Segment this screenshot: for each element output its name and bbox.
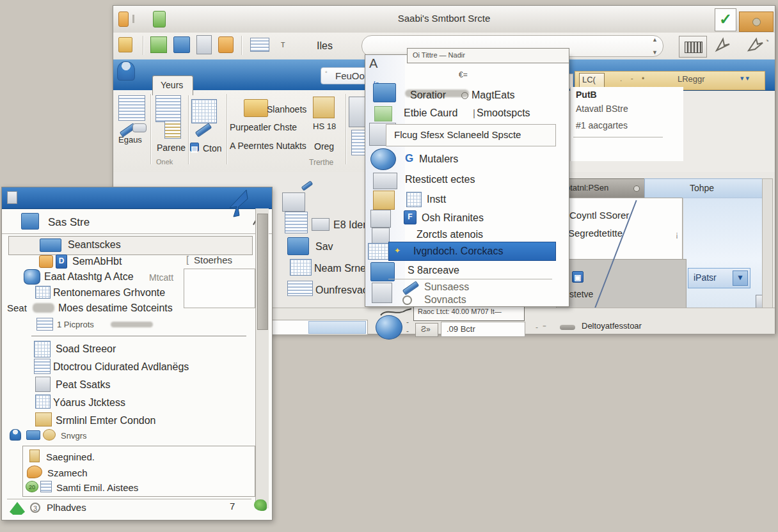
grid-doc-icon [35, 286, 51, 299]
list-item[interactable]: Samti Emil. Aistees [56, 482, 138, 493]
printer-icon [373, 83, 396, 102]
side-box [184, 269, 255, 308]
pen-chip[interactable]: Ƨ» [415, 323, 438, 337]
selected-menu-item[interactable]: ✦ Ivgndoch. Corckacs [388, 242, 556, 261]
screen-button[interactable] [679, 36, 707, 58]
menu-item[interactable]: Sunsaess [424, 281, 469, 293]
atavatl-label[interactable]: Atavatl BStre [576, 104, 628, 114]
list-item[interactable]: Peat Ssatks [56, 379, 110, 391]
oreg-label[interactable]: Oreg [314, 141, 334, 152]
cton-icon[interactable] [191, 99, 217, 123]
egaus-icon[interactable] [118, 95, 145, 121]
iden-doc-icon[interactable] [285, 212, 308, 233]
list-item[interactable]: Szamech [47, 467, 88, 478]
tool-glyph: т [281, 39, 285, 49]
list-item[interactable]: Moes desatime Sotceints [58, 302, 173, 314]
globe-sphere-icon[interactable] [376, 315, 402, 340]
spinner-up-icon[interactable]: ▲ [652, 36, 658, 43]
user-icon[interactable] [117, 61, 135, 81]
ipatsr-combobox[interactable]: iPatsr ▼ [688, 268, 750, 288]
sav-icon[interactable] [287, 237, 309, 255]
slanhoets-label[interactable]: Slanhoets [267, 104, 306, 114]
folders-icon [373, 191, 395, 210]
egaus-label[interactable]: Egaus [118, 135, 142, 145]
ring-icon [402, 295, 412, 305]
flag-arrow-icon[interactable] [746, 36, 764, 54]
scroll-thumb[interactable] [257, 214, 268, 330]
spinner-down-icon[interactable]: ▼ [652, 49, 658, 56]
menu-item[interactable]: Instt [427, 194, 446, 205]
menu-item[interactable]: Mutalers [419, 153, 458, 165]
mail-icon[interactable] [250, 38, 269, 52]
outlined-menu-item[interactable]: Flcug Sfesx Sclaneeld Spscte [386, 124, 556, 146]
column-header-left-label: btatnl:PSen [566, 183, 608, 192]
smudge [111, 322, 153, 327]
group4-label: Trerthe [309, 158, 333, 167]
vertical-scrollbar[interactable] [762, 178, 773, 309]
chevrons[interactable]: ▾ ▾ [740, 74, 749, 82]
cton-label[interactable]: Cton [203, 143, 222, 153]
cursor-arrow-icon[interactable] [714, 36, 732, 54]
list-icon[interactable] [218, 36, 234, 53]
basket-icon [39, 255, 53, 268]
titlebar[interactable]: Saabi's Smtbort Srcte ✓ [113, 6, 775, 33]
column-header-right[interactable]: Tohpe [644, 178, 763, 199]
selected-list-item[interactable]: Seantsckes [8, 236, 253, 255]
horizontal-scrollbar[interactable] [269, 320, 368, 335]
sav-label[interactable]: Sav [315, 241, 333, 253]
list-item[interactable]: Rentonemares Grhvonte [53, 287, 165, 299]
folder-icon[interactable] [118, 37, 132, 52]
menu-item[interactable]: Etbie Caurd [404, 107, 458, 119]
slanhoets-icon[interactable] [244, 99, 268, 117]
chevron-down-icon[interactable]: ▼ [733, 270, 748, 286]
recycle-icon [10, 502, 25, 515]
list-item[interactable]: Soad Streeor [56, 343, 116, 355]
mail-doc-icon [40, 481, 52, 492]
list-item[interactable]: 1 Picprots [57, 320, 94, 329]
column-header-left[interactable]: btatnl:PSen [561, 178, 646, 199]
list-item[interactable]: Saegnined. [46, 451, 95, 462]
save-item[interactable]: Sas Stre [48, 216, 90, 229]
menu-item-right[interactable]: Smootspcts [477, 107, 530, 119]
list-item[interactable]: Snvgrs [61, 431, 86, 441]
list-item[interactable]: SemAbHbt [72, 256, 122, 267]
menu-item[interactable]: S 8arceave [408, 265, 459, 276]
page-icon[interactable] [155, 95, 181, 122]
putb-label[interactable]: PutB [576, 90, 597, 100]
close-button[interactable] [739, 12, 774, 32]
scroll-thumb[interactable] [308, 321, 366, 334]
menu-item-right[interactable]: MagtEats [472, 90, 515, 101]
menu-item[interactable]: Osh Riranites [422, 212, 484, 224]
list-item[interactable]: Eaat Atashtg A Atce [44, 271, 134, 283]
print-icon[interactable] [150, 36, 167, 53]
column-header-right-label: Tohpe [690, 183, 714, 193]
list-item-right: Mtcatt [149, 272, 173, 283]
info-icon: ◔ [765, 36, 769, 45]
iden-label[interactable]: E8 Iden [333, 219, 369, 231]
lc-button[interactable]: LC( [579, 73, 605, 88]
search-label: FeuOo [335, 70, 365, 81]
peerntes-label[interactable]: A Peerntes Nutakts [230, 141, 306, 151]
menu-item[interactable]: Zorctls atenois [417, 229, 483, 240]
sheet-icon [34, 341, 51, 357]
menu-item[interactable]: Soratior [410, 90, 446, 101]
list-item[interactable]: Dtoctrou Cidurated Avdlanëgs [53, 361, 189, 373]
list-item[interactable]: Yóarus Jtcktess [53, 397, 125, 409]
verify-check-icon[interactable]: ✓ [715, 8, 736, 31]
parene-label[interactable]: Parene [157, 143, 186, 153]
list-item[interactable]: Plhadves [47, 502, 86, 513]
aacgartes-label[interactable]: #1 aacgartes [576, 120, 628, 130]
list-item[interactable]: Srmlinl Emter Condon [56, 415, 156, 426]
ouefres-icon[interactable] [287, 281, 313, 296]
vertical-scrollbar[interactable] [255, 208, 269, 508]
value-input[interactable]: .09 Bctr [441, 322, 525, 337]
ribbon-tab[interactable]: Yeurs [152, 75, 193, 95]
tan-dots: . - • [620, 74, 644, 83]
menu-item[interactable]: Rtesticett ectes [405, 174, 475, 185]
menu-item[interactable]: Sovnacts [424, 294, 466, 306]
hs-icon[interactable] [313, 97, 335, 118]
neam-icon[interactable] [290, 259, 312, 276]
purpeater-label[interactable]: Purpeatler Chste [230, 122, 297, 132]
window-icon[interactable] [196, 35, 212, 54]
save-icon[interactable] [173, 36, 190, 53]
